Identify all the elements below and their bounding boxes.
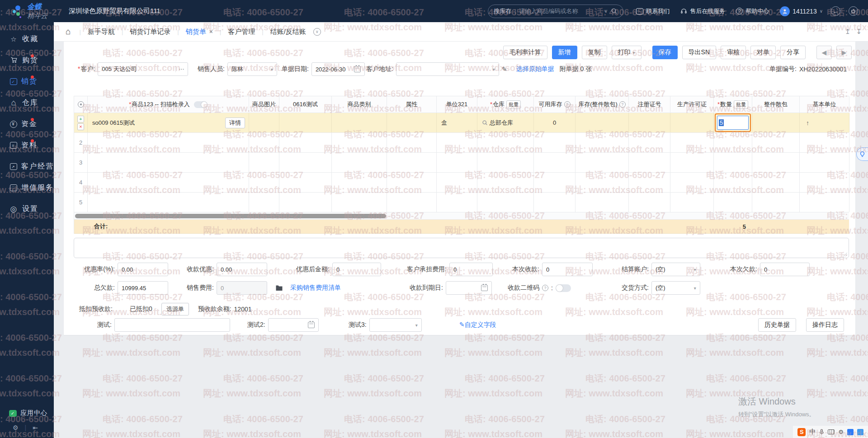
table-cell[interactable] <box>88 193 249 212</box>
select-source-bill-link[interactable]: 选择原始单据 <box>516 65 554 73</box>
table-cell[interactable] <box>752 133 800 152</box>
quantity-batch-button[interactable]: 批量 <box>734 100 748 109</box>
customer-address-select[interactable]: ▾ <box>396 62 499 76</box>
keyboard-icon[interactable] <box>828 429 835 434</box>
share-button[interactable]: 分享 <box>780 46 806 59</box>
app-center-button[interactable]: ✓应用中心 <box>0 405 54 421</box>
close-tab-icon[interactable]: × <box>209 28 213 35</box>
resize-handle[interactable] <box>843 252 847 256</box>
quantity-input[interactable]: 5 <box>717 116 749 130</box>
table-cell[interactable] <box>88 153 249 172</box>
sidebar-item-settings[interactable]: ◎设置 <box>0 198 54 220</box>
microphone-icon[interactable] <box>819 429 824 435</box>
table-cell[interactable] <box>387 133 437 152</box>
cell-stock-pack[interactable] <box>576 113 629 132</box>
up-arrow-icon[interactable]: ↑ <box>806 119 809 127</box>
column-settings-icon[interactable] <box>78 101 84 108</box>
table-cell[interactable] <box>249 173 279 192</box>
delete-row-icon[interactable]: × <box>77 123 84 130</box>
test2-field[interactable] <box>268 318 319 332</box>
table-cell[interactable] <box>332 153 387 172</box>
calendar-icon[interactable] <box>308 322 315 328</box>
detail-button[interactable]: 详情 <box>225 118 245 128</box>
table-cell[interactable] <box>249 193 279 212</box>
cell-0616-test[interactable] <box>279 113 332 132</box>
taskbar-app-icon[interactable] <box>857 429 863 435</box>
search-category[interactable]: 搜库存 <box>494 7 511 15</box>
sidebar-item-customer-ops[interactable]: ↗客户经营 <box>0 156 54 177</box>
ime-mode-chinese[interactable]: 中 <box>809 428 816 436</box>
table-cell[interactable] <box>387 193 437 212</box>
table-cell[interactable] <box>279 173 332 192</box>
table-cell[interactable] <box>477 173 534 192</box>
tab-closing[interactable]: 结账/反结账 <box>270 28 306 36</box>
warehouse-batch-button[interactable]: 批量 <box>506 100 521 109</box>
discounted-amount-field[interactable]: 0 <box>332 263 381 276</box>
check-bill-button[interactable]: 对单 <box>750 46 776 59</box>
copy-button[interactable]: 复制 <box>582 46 607 59</box>
calendar-icon[interactable] <box>481 285 488 291</box>
table-cell[interactable] <box>279 153 332 172</box>
attachment-count[interactable]: 附单据 0 张 <box>560 65 592 73</box>
table-cell[interactable] <box>88 173 249 192</box>
tab-customer-management[interactable]: 客户管理 <box>228 28 255 36</box>
pin-down-icon[interactable]: ↧ <box>856 28 862 36</box>
table-cell[interactable] <box>477 153 534 172</box>
settlement-account-select[interactable]: (空)▾ <box>651 263 700 276</box>
remark-box[interactable] <box>74 238 849 258</box>
sidebar-item-funds[interactable]: ¥资金 <box>0 113 54 135</box>
table-cell[interactable] <box>714 153 752 172</box>
table-cell[interactable] <box>629 133 670 152</box>
add-row-icon[interactable]: + <box>77 116 84 122</box>
qr-code-toggle[interactable] <box>556 284 571 292</box>
table-cell[interactable] <box>800 193 849 212</box>
help-icon[interactable] <box>564 101 571 108</box>
scrollbar-thumb[interactable] <box>75 214 386 218</box>
table-cell[interactable] <box>387 153 437 172</box>
customer-field[interactable]: 005 天达公司⋯ <box>98 62 188 76</box>
table-cell[interactable] <box>279 193 332 212</box>
sidebar-item-warehouse[interactable]: ⌂仓库 <box>0 92 54 113</box>
table-cell[interactable] <box>534 193 576 212</box>
table-cell[interactable] <box>800 133 849 152</box>
cell-product-image[interactable] <box>249 113 279 132</box>
table-cell[interactable] <box>670 173 714 192</box>
table-cell[interactable] <box>332 173 387 192</box>
contact-us-link[interactable]: ···联系我们 <box>636 7 670 15</box>
table-cell[interactable] <box>752 193 800 212</box>
table-cell[interactable] <box>332 133 387 152</box>
table-cell[interactable] <box>534 133 576 152</box>
add-new-button[interactable]: 新增 <box>552 46 577 59</box>
table-cell[interactable] <box>714 133 752 152</box>
tab-newbie-guide[interactable]: 新手导航 <box>88 28 115 36</box>
history-bills-button[interactable]: 历史单据 <box>758 318 796 332</box>
table-cell[interactable] <box>477 193 534 212</box>
after-sales-link[interactable]: 售后在线服务 <box>680 7 725 15</box>
table-cell[interactable] <box>437 153 477 172</box>
table-cell[interactable] <box>752 153 800 172</box>
more-tabs-icon[interactable]: ∨ <box>313 28 321 36</box>
power-button[interactable] <box>849 6 858 16</box>
edit-address-icon[interactable]: ✎ <box>502 66 507 73</box>
table-cell[interactable] <box>714 193 752 212</box>
table-cell[interactable] <box>249 153 279 172</box>
cell-category[interactable] <box>332 113 387 132</box>
table-cell[interactable] <box>800 173 849 192</box>
table-cell[interactable] <box>800 153 849 172</box>
table-cell[interactable] <box>576 193 629 212</box>
collection-discount-field[interactable]: 0.00 <box>217 263 267 276</box>
expense-list-link[interactable]: 采购销售费用清单 <box>290 284 341 292</box>
delivery-method-select[interactable]: (空)▾ <box>651 281 700 295</box>
table-cell[interactable] <box>437 133 477 152</box>
sidebar-item-data[interactable]: ≡资料 <box>0 135 54 156</box>
tab-sales-bill[interactable]: 销货单× <box>186 28 213 36</box>
table-cell[interactable] <box>576 173 629 192</box>
table-cell[interactable] <box>387 173 437 192</box>
gross-margin-button[interactable]: 毛利率计算 <box>503 46 547 59</box>
table-cell[interactable] <box>534 173 576 192</box>
sidebar-item-favorites[interactable]: ☆收藏 <box>0 28 54 50</box>
table-cell[interactable] <box>629 173 670 192</box>
calendar-icon[interactable] <box>354 66 361 72</box>
sidebar-item-sales[interactable]: ✓销货 <box>0 71 54 92</box>
cell-whole-pack[interactable] <box>752 113 800 132</box>
